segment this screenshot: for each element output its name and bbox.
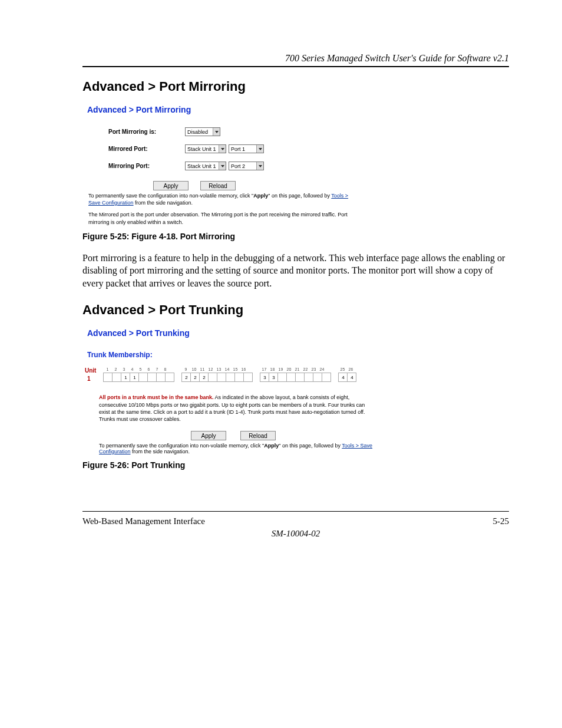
- port-cell[interactable]: 2: [199, 373, 209, 382]
- port-label: 24: [318, 367, 326, 371]
- trunking-note-lead: All ports in a trunk must be in the same…: [99, 394, 214, 400]
- trunking-note: All ports in a trunk must be in the same…: [85, 394, 379, 423]
- port-label: 22: [301, 367, 309, 371]
- port-cell[interactable]: 1: [130, 373, 139, 382]
- port-cell[interactable]: [243, 373, 253, 382]
- trunk-membership-grid: Unit 1 123456781191011121314151622217181…: [85, 367, 379, 382]
- port-label: 20: [285, 367, 293, 371]
- port-cell[interactable]: 2: [181, 373, 191, 382]
- note-text: " on this page, followed by: [279, 443, 342, 449]
- port-cell[interactable]: [147, 373, 157, 382]
- port-cell[interactable]: [138, 373, 148, 382]
- port-cell[interactable]: [208, 373, 217, 382]
- chevron-down-icon: [256, 145, 263, 153]
- apply-button[interactable]: Apply: [153, 181, 189, 190]
- port-cell[interactable]: [165, 373, 174, 382]
- row-mirrored-port: Mirrored Port: Stack Unit 1 Port 1: [85, 144, 362, 153]
- port-cell[interactable]: [234, 373, 244, 382]
- port-label: 21: [293, 367, 301, 371]
- port-trunking-screenshot: Advanced > Port Trunking Trunk Membershi…: [85, 328, 379, 454]
- note-bold: Apply: [253, 193, 268, 199]
- chevron-down-icon: [219, 162, 226, 170]
- port-cell[interactable]: 3: [269, 373, 278, 382]
- body-paragraph-mirroring: Port mirroring is a feature to help in t…: [82, 252, 507, 290]
- port-label: 18: [268, 367, 276, 371]
- select-mirroring-enabled[interactable]: Disabled: [185, 127, 220, 136]
- section-heading-trunking: Advanced > Port Trunking: [82, 302, 509, 318]
- note-text: from the side navigation.: [131, 449, 190, 454]
- port-bank: 1234567811: [103, 367, 174, 382]
- unit-number: 1: [85, 375, 91, 382]
- port-cell[interactable]: 2: [190, 373, 200, 382]
- footer-page-number: 5-25: [493, 516, 510, 526]
- unit-column: Unit 1: [85, 367, 96, 382]
- port-cell[interactable]: 4: [347, 373, 356, 382]
- port-cell[interactable]: [277, 373, 287, 382]
- port-bank: 171819202122232433: [260, 367, 331, 382]
- select-value: Stack Unit 1: [187, 146, 216, 152]
- select-mirroring-port[interactable]: Port 2: [229, 162, 264, 170]
- port-label: 16: [239, 367, 247, 371]
- footer-left: Web-Based Management Interface: [82, 516, 205, 526]
- port-cell[interactable]: 4: [338, 373, 348, 382]
- port-label: 26: [346, 367, 355, 371]
- document-id: SM-10004-02: [82, 529, 509, 539]
- reload-button[interactable]: Reload: [200, 181, 236, 190]
- note-bold: Apply: [264, 443, 279, 449]
- port-label: 23: [309, 367, 318, 371]
- footer-rule: [82, 511, 509, 512]
- port-label: 6: [144, 367, 153, 371]
- port-label: 3: [120, 367, 128, 371]
- port-cell[interactable]: [103, 373, 113, 382]
- row-mirroring-port: Mirroring Port: Stack Unit 1 Port 2: [85, 162, 362, 170]
- port-cell[interactable]: 1: [121, 373, 130, 382]
- note-text: To permanently save the configuration in…: [99, 443, 264, 449]
- port-cell[interactable]: 3: [260, 373, 269, 382]
- port-label: 15: [231, 367, 239, 371]
- trunking-action-row: Apply Reload: [85, 431, 379, 440]
- port-bank: 910111213141516222: [181, 367, 253, 382]
- select-mirroring-unit[interactable]: Stack Unit 1: [185, 162, 226, 170]
- row-mirroring-enabled: Port Mirroring is: Disabled: [85, 127, 362, 136]
- port-cell[interactable]: [112, 373, 121, 382]
- port-cell[interactable]: [322, 373, 331, 382]
- port-cell[interactable]: [217, 373, 226, 382]
- trunking-panel-title: Advanced > Port Trunking: [87, 328, 379, 338]
- select-mirrored-unit[interactable]: Stack Unit 1: [185, 144, 226, 153]
- port-label: 9: [181, 367, 190, 371]
- port-label: 13: [214, 367, 223, 371]
- port-cell[interactable]: [313, 373, 322, 382]
- page-footer: Web-Based Management Interface 5-25 SM-1…: [82, 511, 509, 539]
- note-text: " on this page, followed by: [268, 193, 331, 199]
- port-label: 10: [190, 367, 198, 371]
- port-cell[interactable]: [295, 373, 305, 382]
- port-cell[interactable]: [286, 373, 296, 382]
- port-label: 17: [260, 367, 268, 371]
- select-value: Stack Unit 1: [187, 163, 216, 169]
- port-bank: 252644: [338, 367, 356, 382]
- note-text: To permanently save the configuration in…: [88, 193, 253, 199]
- unit-header: Unit: [85, 367, 96, 374]
- mirroring-description: The Mirrored port is the port under obse…: [85, 206, 362, 225]
- label-mirroring-enabled: Port Mirroring is:: [85, 129, 185, 135]
- note-text: from the side navigation.: [134, 200, 193, 206]
- figure-caption-trunking: Figure 5-26: Port Trunking: [82, 460, 509, 470]
- select-mirrored-port[interactable]: Port 1: [229, 144, 264, 153]
- mirroring-save-note: To permanently save the configuration in…: [85, 193, 362, 206]
- port-label: 8: [161, 367, 169, 371]
- chevron-down-icon: [256, 162, 263, 170]
- port-cell[interactable]: [226, 373, 235, 382]
- port-label: 12: [206, 367, 214, 371]
- reload-button[interactable]: Reload: [240, 431, 276, 440]
- port-cell[interactable]: [156, 373, 166, 382]
- figure-caption-mirroring: Figure 5-25: Figure 4-18. Port Mirroring: [82, 232, 509, 241]
- port-label: 11: [198, 367, 206, 371]
- trunking-panel-subtitle: Trunk Membership:: [87, 351, 379, 359]
- select-value: Port 2: [231, 163, 245, 169]
- port-label: 4: [128, 367, 136, 371]
- apply-button[interactable]: Apply: [191, 431, 226, 440]
- port-cell[interactable]: [304, 373, 313, 382]
- port-label: 25: [338, 367, 346, 371]
- port-label: 1: [103, 367, 111, 371]
- port-mirroring-screenshot: Advanced > Port Mirroring Port Mirroring…: [85, 105, 362, 226]
